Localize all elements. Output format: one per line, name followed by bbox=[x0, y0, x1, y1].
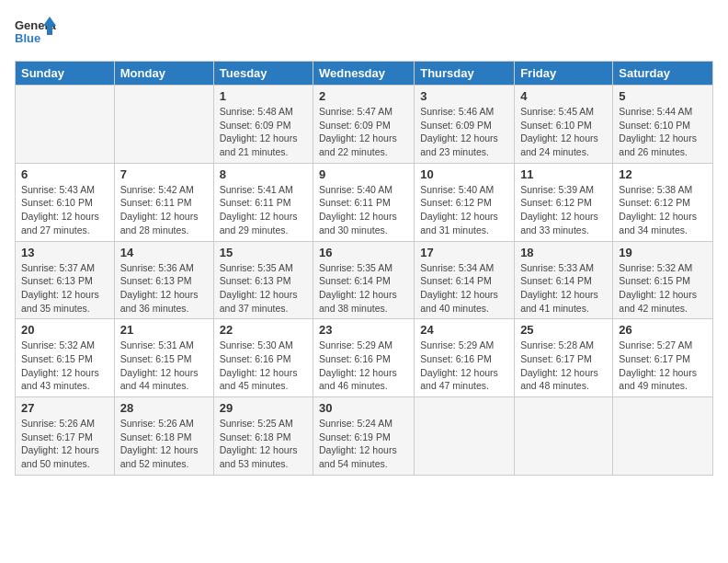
day-number: 27 bbox=[21, 401, 108, 415]
day-info: Sunrise: 5:41 AM Sunset: 6:11 PM Dayligh… bbox=[220, 183, 307, 237]
calendar-cell: 24Sunrise: 5:29 AM Sunset: 6:16 PM Dayli… bbox=[415, 319, 515, 397]
day-number: 13 bbox=[21, 246, 108, 259]
calendar-cell: 18Sunrise: 5:33 AM Sunset: 6:14 PM Dayli… bbox=[515, 241, 613, 319]
calendar-cell: 19Sunrise: 5:32 AM Sunset: 6:15 PM Dayli… bbox=[613, 241, 713, 319]
calendar-cell: 17Sunrise: 5:34 AM Sunset: 6:14 PM Dayli… bbox=[415, 241, 515, 319]
day-number: 17 bbox=[420, 246, 508, 259]
calendar-cell: 6Sunrise: 5:43 AM Sunset: 6:10 PM Daylig… bbox=[16, 163, 115, 241]
day-number: 29 bbox=[220, 401, 307, 415]
calendar-cell: 12Sunrise: 5:38 AM Sunset: 6:12 PM Dayli… bbox=[613, 163, 713, 241]
calendar-cell: 7Sunrise: 5:42 AM Sunset: 6:11 PM Daylig… bbox=[114, 163, 213, 241]
day-info: Sunrise: 5:48 AM Sunset: 6:09 PM Dayligh… bbox=[220, 105, 307, 159]
calendar-cell: 3Sunrise: 5:46 AM Sunset: 6:09 PM Daylig… bbox=[415, 86, 515, 164]
calendar-cell bbox=[613, 397, 713, 476]
logo-svg: General Blue bbox=[15, 15, 56, 52]
day-number: 16 bbox=[319, 246, 408, 259]
calendar-cell: 29Sunrise: 5:25 AM Sunset: 6:18 PM Dayli… bbox=[213, 397, 313, 476]
day-info: Sunrise: 5:39 AM Sunset: 6:12 PM Dayligh… bbox=[520, 183, 607, 237]
day-info: Sunrise: 5:29 AM Sunset: 6:16 PM Dayligh… bbox=[420, 339, 508, 393]
day-info: Sunrise: 5:45 AM Sunset: 6:10 PM Dayligh… bbox=[520, 105, 607, 159]
day-number: 23 bbox=[319, 323, 408, 337]
day-info: Sunrise: 5:42 AM Sunset: 6:11 PM Dayligh… bbox=[120, 183, 208, 237]
calendar-cell: 30Sunrise: 5:24 AM Sunset: 6:19 PM Dayli… bbox=[313, 397, 415, 476]
day-number: 12 bbox=[619, 167, 707, 181]
calendar-cell bbox=[515, 397, 613, 476]
weekday-header-tuesday: Tuesday bbox=[213, 62, 313, 86]
logo: General Blue bbox=[15, 15, 56, 52]
day-info: Sunrise: 5:31 AM Sunset: 6:15 PM Dayligh… bbox=[120, 339, 208, 393]
calendar-cell: 15Sunrise: 5:35 AM Sunset: 6:13 PM Dayli… bbox=[213, 241, 313, 319]
day-info: Sunrise: 5:35 AM Sunset: 6:13 PM Dayligh… bbox=[220, 261, 307, 316]
weekday-header-row: SundayMondayTuesdayWednesdayThursdayFrid… bbox=[16, 62, 713, 86]
calendar-cell: 27Sunrise: 5:26 AM Sunset: 6:17 PM Dayli… bbox=[16, 397, 115, 476]
calendar-cell bbox=[16, 86, 115, 164]
day-info: Sunrise: 5:40 AM Sunset: 6:12 PM Dayligh… bbox=[420, 183, 508, 237]
day-info: Sunrise: 5:32 AM Sunset: 6:15 PM Dayligh… bbox=[619, 261, 707, 316]
day-number: 26 bbox=[619, 323, 707, 337]
day-number: 5 bbox=[619, 89, 707, 103]
page-header: General Blue bbox=[15, 15, 713, 52]
day-number: 1 bbox=[220, 89, 307, 103]
calendar-cell: 2Sunrise: 5:47 AM Sunset: 6:09 PM Daylig… bbox=[313, 86, 415, 164]
calendar-cell: 23Sunrise: 5:29 AM Sunset: 6:16 PM Dayli… bbox=[313, 319, 415, 397]
day-info: Sunrise: 5:30 AM Sunset: 6:16 PM Dayligh… bbox=[220, 339, 307, 393]
svg-text:Blue: Blue bbox=[15, 31, 40, 45]
calendar-table: SundayMondayTuesdayWednesdayThursdayFrid… bbox=[15, 61, 713, 476]
calendar-cell: 9Sunrise: 5:40 AM Sunset: 6:11 PM Daylig… bbox=[313, 163, 415, 241]
day-number: 25 bbox=[520, 323, 607, 337]
week-row-1: 1Sunrise: 5:48 AM Sunset: 6:09 PM Daylig… bbox=[16, 86, 713, 164]
day-number: 11 bbox=[520, 167, 607, 181]
day-info: Sunrise: 5:38 AM Sunset: 6:12 PM Dayligh… bbox=[619, 183, 707, 237]
day-info: Sunrise: 5:27 AM Sunset: 6:17 PM Dayligh… bbox=[619, 339, 707, 393]
day-number: 20 bbox=[21, 323, 108, 337]
day-number: 28 bbox=[120, 401, 208, 415]
day-number: 21 bbox=[120, 323, 208, 337]
calendar-cell: 28Sunrise: 5:26 AM Sunset: 6:18 PM Dayli… bbox=[114, 397, 213, 476]
calendar-cell: 21Sunrise: 5:31 AM Sunset: 6:15 PM Dayli… bbox=[114, 319, 213, 397]
week-row-4: 20Sunrise: 5:32 AM Sunset: 6:15 PM Dayli… bbox=[16, 319, 713, 397]
weekday-header-saturday: Saturday bbox=[613, 62, 713, 86]
calendar-cell: 16Sunrise: 5:35 AM Sunset: 6:14 PM Dayli… bbox=[313, 241, 415, 319]
week-row-2: 6Sunrise: 5:43 AM Sunset: 6:10 PM Daylig… bbox=[16, 163, 713, 241]
day-info: Sunrise: 5:34 AM Sunset: 6:14 PM Dayligh… bbox=[420, 261, 508, 316]
day-info: Sunrise: 5:26 AM Sunset: 6:18 PM Dayligh… bbox=[120, 417, 208, 471]
day-info: Sunrise: 5:32 AM Sunset: 6:15 PM Dayligh… bbox=[21, 339, 108, 393]
day-number: 7 bbox=[120, 167, 208, 181]
weekday-header-friday: Friday bbox=[515, 62, 613, 86]
calendar-cell: 1Sunrise: 5:48 AM Sunset: 6:09 PM Daylig… bbox=[213, 86, 313, 164]
calendar-cell: 10Sunrise: 5:40 AM Sunset: 6:12 PM Dayli… bbox=[415, 163, 515, 241]
calendar-cell: 14Sunrise: 5:36 AM Sunset: 6:13 PM Dayli… bbox=[114, 241, 213, 319]
day-info: Sunrise: 5:43 AM Sunset: 6:10 PM Dayligh… bbox=[21, 183, 108, 237]
day-number: 19 bbox=[619, 246, 707, 259]
calendar-cell: 26Sunrise: 5:27 AM Sunset: 6:17 PM Dayli… bbox=[613, 319, 713, 397]
calendar-cell: 4Sunrise: 5:45 AM Sunset: 6:10 PM Daylig… bbox=[515, 86, 613, 164]
day-number: 8 bbox=[220, 167, 307, 181]
day-info: Sunrise: 5:33 AM Sunset: 6:14 PM Dayligh… bbox=[520, 261, 607, 316]
weekday-header-sunday: Sunday bbox=[16, 62, 115, 86]
day-info: Sunrise: 5:40 AM Sunset: 6:11 PM Dayligh… bbox=[319, 183, 408, 237]
calendar-cell: 22Sunrise: 5:30 AM Sunset: 6:16 PM Dayli… bbox=[213, 319, 313, 397]
day-number: 18 bbox=[520, 246, 607, 259]
day-info: Sunrise: 5:46 AM Sunset: 6:09 PM Dayligh… bbox=[420, 105, 508, 159]
day-number: 10 bbox=[420, 167, 508, 181]
calendar-cell bbox=[415, 397, 515, 476]
calendar-cell: 20Sunrise: 5:32 AM Sunset: 6:15 PM Dayli… bbox=[16, 319, 115, 397]
day-info: Sunrise: 5:47 AM Sunset: 6:09 PM Dayligh… bbox=[319, 105, 408, 159]
day-number: 6 bbox=[21, 167, 108, 181]
calendar-cell: 5Sunrise: 5:44 AM Sunset: 6:10 PM Daylig… bbox=[613, 86, 713, 164]
day-number: 22 bbox=[220, 323, 307, 337]
weekday-header-monday: Monday bbox=[114, 62, 213, 86]
calendar-cell: 8Sunrise: 5:41 AM Sunset: 6:11 PM Daylig… bbox=[213, 163, 313, 241]
day-info: Sunrise: 5:29 AM Sunset: 6:16 PM Dayligh… bbox=[319, 339, 408, 393]
calendar-cell: 13Sunrise: 5:37 AM Sunset: 6:13 PM Dayli… bbox=[16, 241, 115, 319]
day-number: 3 bbox=[420, 89, 508, 103]
day-number: 15 bbox=[220, 246, 307, 259]
calendar-cell: 11Sunrise: 5:39 AM Sunset: 6:12 PM Dayli… bbox=[515, 163, 613, 241]
week-row-3: 13Sunrise: 5:37 AM Sunset: 6:13 PM Dayli… bbox=[16, 241, 713, 319]
weekday-header-wednesday: Wednesday bbox=[313, 62, 415, 86]
day-info: Sunrise: 5:44 AM Sunset: 6:10 PM Dayligh… bbox=[619, 105, 707, 159]
day-info: Sunrise: 5:28 AM Sunset: 6:17 PM Dayligh… bbox=[520, 339, 607, 393]
day-info: Sunrise: 5:36 AM Sunset: 6:13 PM Dayligh… bbox=[120, 261, 208, 316]
day-number: 2 bbox=[319, 89, 408, 103]
day-info: Sunrise: 5:35 AM Sunset: 6:14 PM Dayligh… bbox=[319, 261, 408, 316]
